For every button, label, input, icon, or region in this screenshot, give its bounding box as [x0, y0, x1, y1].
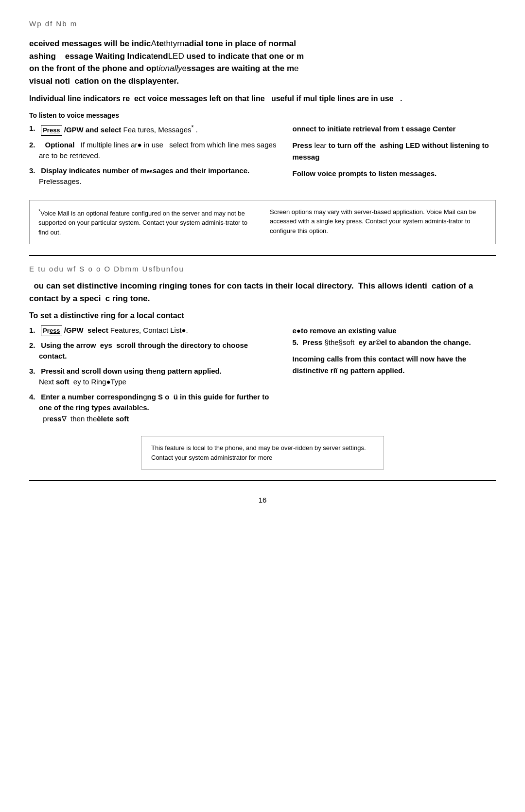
right-step2-text: Press lear to turn off the ashing LED wi…	[293, 140, 496, 163]
press-gpw-btn1[interactable]: Press	[41, 125, 62, 136]
steps-left: 1. Press /GPW and select Fea tures, Mess…	[29, 123, 278, 191]
footnote-box2: This feature is local to the phone, and …	[141, 436, 384, 469]
steps2-left: 1. Press /GPW select Features, Contact L…	[29, 325, 278, 427]
header-section1: Wp df Nb m	[29, 19, 496, 28]
step2-3-num: 3.	[29, 366, 39, 388]
section2-intro-text: ou can set distinctive incoming ringing …	[29, 280, 496, 305]
step1-num: 1.	[29, 123, 39, 136]
step2-2-content: Using the arrow eys scroll through the d…	[39, 340, 278, 362]
step2-num: 2.	[29, 140, 39, 162]
step2-3-content: Pressit and scroll down using theng patt…	[39, 366, 222, 388]
section1-intro-line1: eceived messages will be indicAtethtyrna…	[29, 37, 496, 50]
footnote-col1-text: *Voice Mail is an optional feature confi…	[38, 207, 255, 237]
footnote-col2-text: Screen options may vary with server-base…	[270, 207, 487, 236]
right2-step2-text: Incoming calls from this contact will no…	[293, 353, 496, 377]
header1-text: Wp df Nb m	[29, 19, 496, 28]
step2-4-content: Enter a number correspondingng S o ü in …	[39, 392, 278, 425]
footnote-asterisk: *	[192, 124, 194, 131]
right2-step1-text: e●to remove an existing value5. Press §t…	[293, 325, 496, 348]
page-number-text: 16	[259, 496, 267, 504]
section2-header: E tu odu wf S o o O Dbmm Usfbunfou	[29, 265, 496, 273]
right-step3-text: Follow voice prompts to listen messages.	[293, 168, 496, 180]
section1-intro-line3: on the front of the phone and optionally…	[29, 62, 496, 75]
step2: 2. Optional If multiple lines ar● in use…	[29, 140, 278, 162]
step2-3: 3. Pressit and scroll down using theng p…	[29, 366, 278, 388]
step2-1: 1. Press /GPW select Features, Contact L…	[29, 325, 278, 336]
section1-subheading: Individual line indicators re ect voice …	[29, 93, 496, 105]
section1-intro-line4: visual noti cation on the displayenter.	[29, 75, 496, 88]
step2-1-num: 1.	[29, 325, 39, 336]
section1-intro-block: eceived messages will be indicAtethtyrna…	[29, 37, 496, 87]
step3-content: Display indicates number of messages and…	[39, 165, 278, 187]
step2-4: 4. Enter a number correspondingng S o ü …	[29, 392, 278, 425]
step2-4-num: 4.	[29, 392, 39, 425]
section2-intro-block: ou can set distinctive incoming ringing …	[29, 280, 496, 305]
steps-section1: 1. Press /GPW and select Fea tures, Mess…	[29, 123, 496, 191]
section1-intro-line2: ashing essage Waiting IndicatendLED used…	[29, 50, 496, 63]
step2-content: Optional If multiple lines ar● in use se…	[39, 140, 278, 162]
step1-content: Press /GPW and select Fea tures, Message…	[39, 123, 198, 136]
bottom-divider	[29, 480, 496, 481]
listen-heading: To listen to voice messages	[29, 111, 496, 119]
step3: 3. Display indicates number of messages …	[29, 165, 278, 187]
sub-heading-text: Individual line indicators re ect voice …	[29, 93, 496, 105]
page-number-area: 16	[29, 496, 496, 504]
steps2-right: e●to remove an existing value5. Press §t…	[293, 325, 496, 427]
step1: 1. Press /GPW and select Fea tures, Mess…	[29, 123, 278, 136]
step2-1-content: Press /GPW select Features, Contact List…	[39, 325, 188, 336]
steps-section2: 1. Press /GPW select Features, Contact L…	[29, 325, 496, 427]
step2-2-num: 2.	[29, 340, 39, 362]
steps-right: onnect to initiate retrieval from t essa…	[293, 123, 496, 191]
section-divider	[29, 255, 496, 256]
footnote2-text: This feature is local to the phone, and …	[151, 443, 374, 462]
footnote-col2: Screen options may vary with server-base…	[270, 207, 487, 237]
set-ring-heading: To set a distinctive ring for a local co…	[29, 311, 496, 320]
footnote-box1: *Voice Mail is an optional feature confi…	[29, 200, 496, 245]
press-gpw-btn2[interactable]: Press	[41, 325, 62, 336]
step2-2: 2. Using the arrow eys scroll through th…	[29, 340, 278, 362]
right-step1-text: onnect to initiate retrieval from t essa…	[293, 123, 496, 135]
step3-num: 3.	[29, 165, 39, 187]
footnote-col1: *Voice Mail is an optional feature confi…	[38, 207, 255, 237]
